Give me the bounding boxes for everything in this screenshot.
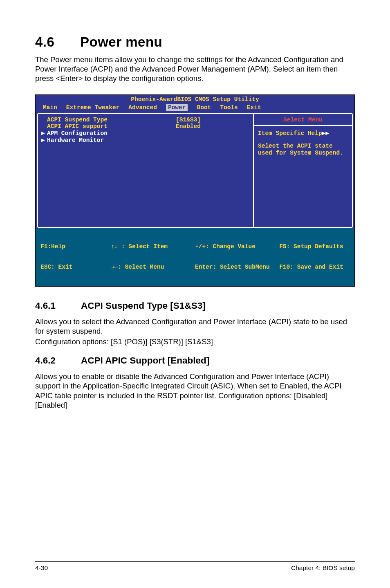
page-footer: 4-30 Chapter 4: BIOS setup bbox=[0, 561, 390, 572]
bios-item-label: APM Configuration bbox=[47, 130, 108, 137]
bios-menubar: Main Extreme Tweaker Advanced Power Boot… bbox=[36, 104, 354, 113]
bios-help-pane: Select Menu Item Specific Help▶▶ Select … bbox=[253, 113, 353, 228]
menu-advanced[interactable]: Advanced bbox=[128, 104, 157, 111]
bios-help-text: Select the ACPI state used for System Su… bbox=[258, 143, 348, 156]
subsection-heading: 4.6.1ACPI Suspend Type [S1&S3] bbox=[35, 301, 355, 311]
bios-legend: F1:Help ESC: Exit ↑↓ : Select Item →←: S… bbox=[36, 228, 354, 286]
bios-item[interactable]: ACPI APIC support Enabled bbox=[41, 123, 250, 130]
section-heading: 4.6Power menu bbox=[35, 34, 355, 50]
section-number: 4.6 bbox=[35, 34, 80, 50]
subsection-paragraph: Allows you to select the Advanced Config… bbox=[35, 317, 355, 336]
subsection-number: 4.6.1 bbox=[35, 301, 81, 311]
menu-exit[interactable]: Exit bbox=[247, 104, 261, 111]
bios-item-label: ACPI APIC support bbox=[47, 123, 108, 130]
subsection-title: ACPI Suspend Type [S1&S3] bbox=[81, 301, 206, 311]
menu-extreme-tweaker[interactable]: Extreme Tweaker bbox=[66, 104, 120, 111]
bios-item-label: ACPI Suspend Type bbox=[47, 117, 108, 123]
submenu-icon: ▶ bbox=[41, 137, 47, 144]
footer-divider bbox=[35, 561, 355, 562]
bios-item-value: Enabled bbox=[176, 123, 250, 130]
bios-item-value: [S1&S3] bbox=[176, 117, 250, 123]
bios-left-pane: ACPI Suspend Type [S1&S3] ACPI APIC supp… bbox=[37, 113, 253, 228]
subsection-number: 4.6.2 bbox=[35, 355, 81, 366]
subsection-paragraph: Configuration options: [S1 (POS)] [S3(ST… bbox=[35, 337, 355, 346]
menu-power[interactable]: Power bbox=[166, 104, 188, 111]
menu-tools[interactable]: Tools bbox=[220, 104, 238, 111]
intro-paragraph: The Power menu items allow you to change… bbox=[35, 55, 355, 83]
legend-change-value: -/+: Change Value bbox=[195, 243, 279, 250]
subsection-title: ACPI APIC Support [Enabled] bbox=[81, 355, 209, 366]
legend-f1: F1:Help bbox=[40, 243, 111, 250]
legend-select-menu: →←: Select Menu bbox=[111, 264, 195, 271]
bios-item[interactable]: ▶Hardware Monitor bbox=[41, 137, 250, 144]
subsection-heading: 4.6.2ACPI APIC Support [Enabled] bbox=[35, 355, 355, 366]
bios-title: Phoenix-AwardBIOS CMOS Setup Utility bbox=[36, 95, 354, 104]
chapter-label: Chapter 4: BIOS setup bbox=[291, 564, 355, 572]
legend-col-4: F5: Setup Defaults F10: Save and Exit bbox=[279, 230, 350, 284]
bios-help-body: Item Specific Help▶▶ Select the ACPI sta… bbox=[254, 126, 352, 160]
bios-item[interactable]: ▶APM Configuration bbox=[41, 130, 250, 137]
help-arrows-icon: ▶▶ bbox=[322, 130, 329, 137]
page-number: 4-30 bbox=[35, 564, 48, 572]
legend-f10: F10: Save and Exit bbox=[279, 264, 350, 271]
bios-help-title: Select Menu bbox=[254, 114, 352, 126]
legend-esc: ESC: Exit bbox=[40, 264, 111, 271]
legend-col-2: ↑↓ : Select Item →←: Select Menu bbox=[111, 230, 195, 284]
bios-item[interactable]: ACPI Suspend Type [S1&S3] bbox=[41, 117, 250, 123]
legend-col-1: F1:Help ESC: Exit bbox=[40, 230, 111, 284]
bios-help-line1: Item Specific Help▶▶ bbox=[258, 130, 348, 137]
section-title-text: Power menu bbox=[80, 34, 162, 49]
subsection-paragraph: Allows you to enable or disable the Adva… bbox=[35, 372, 355, 410]
legend-col-3: -/+: Change Value Enter: Select SubMenu bbox=[195, 230, 279, 284]
legend-enter: Enter: Select SubMenu bbox=[195, 264, 279, 271]
menu-main[interactable]: Main bbox=[43, 104, 57, 111]
legend-f5: F5: Setup Defaults bbox=[279, 243, 350, 250]
bios-screen: Phoenix-AwardBIOS CMOS Setup Utility Mai… bbox=[35, 94, 355, 287]
menu-boot[interactable]: Boot bbox=[197, 104, 211, 111]
legend-select-item: ↑↓ : Select Item bbox=[111, 243, 195, 250]
bios-body: ACPI Suspend Type [S1&S3] ACPI APIC supp… bbox=[36, 113, 354, 228]
submenu-icon: ▶ bbox=[41, 130, 47, 137]
bios-item-label: Hardware Monitor bbox=[47, 137, 104, 144]
